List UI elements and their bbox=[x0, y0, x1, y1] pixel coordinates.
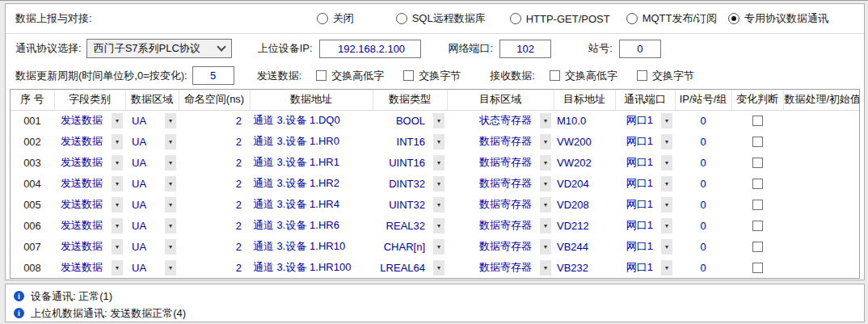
status-text: 上位机数据通讯: 发送数据正常(4) bbox=[31, 306, 186, 321]
change-detect-checkbox[interactable] bbox=[752, 179, 763, 189]
seq-cell: 006 bbox=[11, 215, 54, 236]
dropdown-arrow-icon[interactable]: ▾ bbox=[433, 197, 445, 212]
send-swap-word-checkbox[interactable]: 交换高低字 bbox=[316, 69, 384, 83]
checkbox-icon bbox=[550, 70, 560, 81]
change-detect-checkbox[interactable] bbox=[752, 242, 763, 252]
device-ip-label: 上位设备IP: bbox=[258, 41, 313, 56]
dropdown-arrow-icon[interactable]: ▾ bbox=[540, 113, 551, 128]
seq-cell: 002 bbox=[11, 131, 54, 152]
dropdown-arrow-icon[interactable]: ▾ bbox=[433, 176, 445, 191]
radio-option-http[interactable]: HTTP-GET/POST bbox=[510, 13, 610, 25]
table-row[interactable]: 004 发送数据 ▾ UA ▾ 2 通道 3.设备 1.HR2 DINT32 ▾… bbox=[11, 173, 859, 194]
dropdown-arrow-icon[interactable]: ▾ bbox=[540, 155, 551, 170]
dropdown-arrow-icon[interactable]: ▾ bbox=[433, 239, 445, 255]
table-row[interactable]: 003 发送数据 ▾ UA ▾ 2 通道 3.设备 1.HR1 UINT16 ▾… bbox=[11, 152, 859, 173]
dropdown-arrow-icon[interactable]: ▾ bbox=[165, 134, 176, 149]
data-type-value: LREAL64 bbox=[380, 262, 425, 274]
change-detect-checkbox[interactable] bbox=[752, 137, 763, 147]
dropdown-arrow-icon[interactable]: ▾ bbox=[165, 176, 176, 191]
dropdown-arrow-icon[interactable]: ▾ bbox=[165, 218, 176, 234]
dropdown-arrow-icon[interactable]: ▾ bbox=[540, 134, 551, 149]
table-row[interactable]: 002 发送数据 ▾ UA ▾ 2 通道 3.设备 1.HR0 INT16 ▾ … bbox=[11, 131, 859, 152]
dropdown-arrow-icon[interactable]: ▾ bbox=[112, 239, 123, 255]
table-row[interactable]: 001 发送数据 ▾ UA ▾ 2 通道 3.设备 1.DQ0 BOOL ▾ 状… bbox=[11, 110, 859, 131]
data-area-value: UA bbox=[132, 199, 146, 211]
send-swap-byte-checkbox[interactable]: 交换字节 bbox=[403, 69, 461, 83]
radio-icon bbox=[728, 13, 739, 24]
recv-swap-byte-checkbox[interactable]: 交换字节 bbox=[637, 69, 694, 83]
dropdown-arrow-icon[interactable]: ▾ bbox=[661, 155, 672, 170]
dropdown-arrow-icon[interactable]: ▾ bbox=[112, 134, 123, 149]
dropdown-arrow-icon[interactable]: ▾ bbox=[661, 218, 672, 234]
dropdown-arrow-icon[interactable]: ▾ bbox=[433, 218, 445, 234]
device-ip-input[interactable] bbox=[319, 40, 421, 58]
data-process-cell bbox=[783, 194, 859, 215]
dropdown-arrow-icon[interactable]: ▾ bbox=[433, 260, 445, 276]
radio-option-close[interactable]: 关闭 bbox=[317, 11, 354, 26]
update-period-input[interactable] bbox=[192, 66, 234, 85]
namespace-cell: 2 bbox=[179, 257, 250, 278]
protocol-select[interactable]: 西门子S7系列PLC协议 bbox=[86, 39, 232, 58]
dropdown-arrow-icon[interactable]: ▾ bbox=[112, 176, 123, 191]
dropdown-arrow-icon[interactable]: ▾ bbox=[433, 113, 445, 128]
data-type-value: UINT16 bbox=[389, 157, 425, 169]
data-type-value: INT16 bbox=[397, 136, 425, 148]
dropdown-arrow-icon[interactable]: ▾ bbox=[540, 176, 551, 191]
network-port-input[interactable] bbox=[499, 40, 551, 58]
namespace-cell: 2 bbox=[179, 110, 250, 131]
dropdown-arrow-icon[interactable]: ▾ bbox=[661, 197, 672, 212]
target-address-cell: VW200 bbox=[554, 131, 615, 152]
dropdown-arrow-icon[interactable]: ▾ bbox=[165, 197, 176, 212]
comm-port-value: 网口1 bbox=[626, 134, 653, 149]
header-target-address: 目标地址 bbox=[554, 90, 615, 110]
table-row[interactable]: 008 发送数据 ▾ UA ▾ 2 通道 3.设备 1.HR100 LREAL6… bbox=[11, 257, 859, 278]
radio-option-sql[interactable]: SQL远程数据库 bbox=[396, 11, 486, 26]
dropdown-arrow-icon[interactable]: ▾ bbox=[112, 218, 123, 234]
recv-swap-word-checkbox[interactable]: 交换高低字 bbox=[550, 69, 617, 83]
dropdown-arrow-icon[interactable]: ▾ bbox=[165, 155, 176, 170]
target-area-value: 数据寄存器 bbox=[479, 134, 532, 149]
table-row[interactable]: 007 发送数据 ▾ UA ▾ 2 通道 3.设备 1.HR10 CHAR[n]… bbox=[11, 236, 859, 257]
ip-station-group-cell: 0 bbox=[675, 236, 731, 257]
dropdown-arrow-icon[interactable]: ▾ bbox=[165, 260, 176, 276]
dropdown-arrow-icon[interactable]: ▾ bbox=[433, 155, 445, 170]
dropdown-arrow-icon[interactable]: ▾ bbox=[112, 197, 123, 212]
change-detect-checkbox[interactable] bbox=[752, 200, 763, 210]
dropdown-arrow-icon[interactable]: ▾ bbox=[661, 134, 672, 149]
change-detect-checkbox[interactable] bbox=[752, 221, 763, 231]
change-detect-checkbox[interactable] bbox=[752, 158, 763, 168]
dropdown-arrow-icon[interactable]: ▾ bbox=[661, 260, 672, 276]
checkbox-icon bbox=[316, 70, 327, 81]
radio-option-mqtt[interactable]: MQTT发布/订阅 bbox=[626, 11, 717, 26]
dropdown-arrow-icon[interactable]: ▾ bbox=[661, 113, 672, 128]
dropdown-arrow-icon[interactable]: ▾ bbox=[165, 239, 176, 255]
radio-option-dedicated-protocol[interactable]: 专用协议数据通讯 bbox=[728, 11, 828, 26]
dropdown-arrow-icon[interactable]: ▾ bbox=[433, 134, 445, 149]
dropdown-arrow-icon[interactable]: ▾ bbox=[112, 260, 123, 276]
dropdown-arrow-icon[interactable]: ▾ bbox=[661, 239, 672, 255]
station-input[interactable] bbox=[619, 40, 661, 58]
ip-station-group-cell: 0 bbox=[675, 257, 731, 278]
dropdown-arrow-icon[interactable]: ▾ bbox=[112, 113, 123, 128]
dropdown-arrow-icon[interactable]: ▾ bbox=[540, 218, 551, 234]
station-label: 站号: bbox=[588, 41, 613, 56]
send-data-label: 发送数据: bbox=[257, 69, 302, 83]
dropdown-arrow-icon[interactable]: ▾ bbox=[165, 113, 176, 128]
change-detect-checkbox[interactable] bbox=[752, 116, 763, 126]
recv-data-label: 接收数据: bbox=[490, 69, 535, 83]
change-detect-checkbox[interactable] bbox=[752, 263, 763, 273]
dropdown-arrow-icon[interactable]: ▾ bbox=[540, 239, 551, 255]
dropdown-arrow-icon[interactable]: ▾ bbox=[112, 155, 123, 170]
dropdown-arrow-icon[interactable]: ▾ bbox=[540, 197, 551, 212]
report-mode-label: 数据上报与对接: bbox=[15, 11, 92, 26]
target-address-cell: VB244 bbox=[554, 236, 615, 257]
dropdown-arrow-icon[interactable]: ▾ bbox=[661, 176, 672, 191]
target-address-cell: VD204 bbox=[554, 173, 615, 194]
seq-cell: 008 bbox=[11, 257, 54, 278]
target-address-cell: VW202 bbox=[554, 152, 615, 173]
table-row[interactable]: 005 发送数据 ▾ UA ▾ 2 通道 3.设备 1.HR4 UINT32 ▾… bbox=[11, 194, 859, 215]
table-row[interactable]: 006 发送数据 ▾ UA ▾ 2 通道 3.设备 1.HR6 REAL32 ▾… bbox=[11, 215, 859, 236]
seq-cell: 003 bbox=[11, 152, 54, 173]
chevron-down-icon bbox=[217, 42, 225, 51]
dropdown-arrow-icon[interactable]: ▾ bbox=[540, 260, 551, 276]
